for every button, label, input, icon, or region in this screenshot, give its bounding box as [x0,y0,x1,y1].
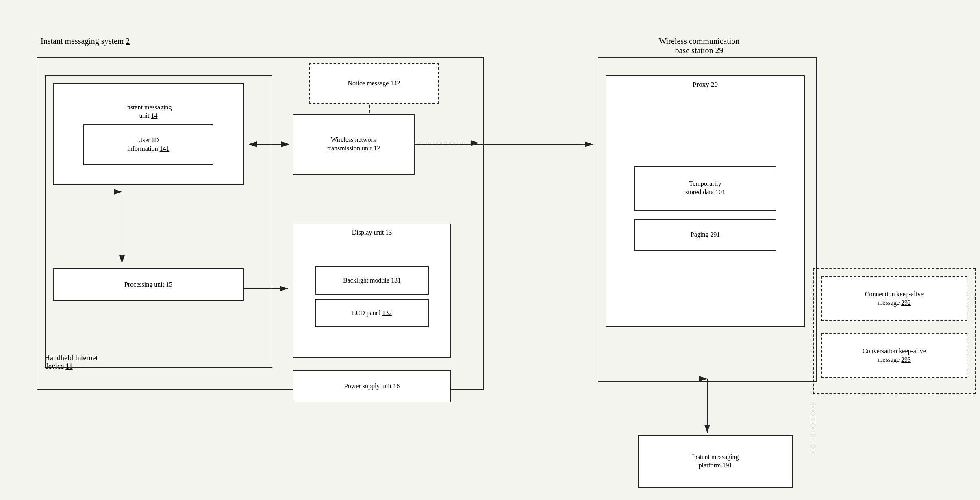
ims-label: Instant messaging system 2 [41,37,130,46]
keepalive-conn-box: Connection keep-alivemessage 292 [821,276,967,321]
lcd-box: LCD panel 132 [315,299,429,327]
notice-box: Notice message 142 [309,63,439,104]
paging-box: Paging 291 [634,219,776,251]
wireless-box: Wireless networktransmission unit 12 [293,114,415,175]
wcbs-label: Wireless communicationbase station 29 [602,37,797,55]
power-box: Power supply unit 16 [293,370,451,402]
display-box: Display unit 13 Backlight module 131 LCD… [293,224,451,358]
userid-box: User IDinformation 141 [83,124,213,165]
proxy-box: Proxy 20 Temporarilystored data 101 Pagi… [606,75,805,327]
imu-box: Instant messagingunit 14 User IDinformat… [53,83,244,185]
backlight-box: Backlight module 131 [315,266,429,295]
imp-box: Instant messagingplatform 191 [638,435,793,488]
processing-box: Processing unit 15 [53,268,244,301]
keepalive-conv-box: Conversation keep-alivemessage 293 [821,333,967,378]
stored-box: Temporarilystored data 101 [634,166,776,211]
